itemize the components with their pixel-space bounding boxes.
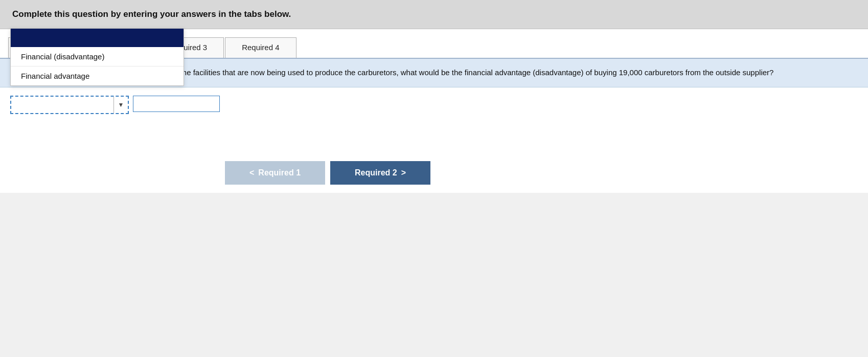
next-button[interactable]: Required 2 > <box>330 161 430 185</box>
tab-required-4[interactable]: Required 4 <box>225 37 296 58</box>
dropdown-select[interactable] <box>11 97 113 113</box>
prev-icon: < <box>249 168 254 177</box>
nav-buttons-row: < Required 1 Required 2 > <box>215 153 868 193</box>
prev-button[interactable]: < Required 1 <box>225 161 325 185</box>
dropdown-popup: Financial (disadvantage) Financial advan… <box>10 28 184 86</box>
prev-label: Required 1 <box>258 168 301 177</box>
page-instruction: Complete this question by entering your … <box>12 9 856 19</box>
next-icon: > <box>401 168 406 177</box>
header-bar: Complete this question by entering your … <box>0 0 868 29</box>
dropdown-popup-header <box>11 29 184 47</box>
dropdown-wrapper[interactable]: ▼ <box>10 96 129 114</box>
dropdown-arrow-button[interactable]: ▼ <box>113 97 128 113</box>
dropdown-option-disadvantage[interactable]: Financial (disadvantage) <box>11 47 184 66</box>
chevron-down-icon: ▼ <box>118 101 124 108</box>
dropdown-option-advantage[interactable]: Financial advantage <box>11 66 184 85</box>
next-label: Required 2 <box>355 168 397 177</box>
value-input[interactable] <box>133 96 220 112</box>
input-area: ▼ <box>0 87 868 122</box>
main-content: Required 1 Required 2 Required 3 Require… <box>0 29 868 193</box>
